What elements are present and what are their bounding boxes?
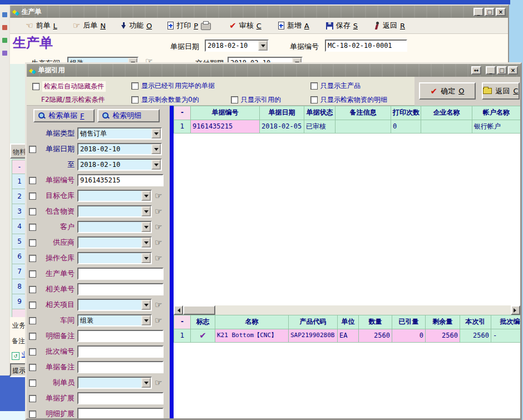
- checkbox-show-zero-remaining[interactable]: 显示剩余数量为0的: [131, 95, 199, 105]
- search-documents-button[interactable]: 检索单据 F: [33, 109, 95, 122]
- customer-combobox[interactable]: [77, 221, 152, 233]
- field-checkbox[interactable]: [29, 208, 36, 215]
- field-checkbox[interactable]: [29, 239, 36, 246]
- search-details-button[interactable]: 检索明细: [97, 109, 160, 122]
- scroll-left-arrow-icon[interactable]: [174, 305, 183, 315]
- lookup-hand-icon[interactable]: ☞: [155, 317, 162, 324]
- lookup-hand-icon[interactable]: ☞: [155, 192, 162, 200]
- minimize-icon[interactable]: _: [486, 66, 496, 75]
- ok-button[interactable]: ✔ 确定 O: [419, 82, 476, 100]
- dropdown-arrow-icon[interactable]: [141, 238, 151, 248]
- lookup-hand-icon[interactable]: ☞: [155, 379, 162, 387]
- maximize-icon[interactable]: □: [497, 66, 507, 75]
- field-checkbox[interactable]: [29, 192, 36, 200]
- field-checkbox[interactable]: [29, 255, 36, 262]
- checkbox-icon[interactable]: [310, 82, 318, 90]
- checkbox-only-main-product[interactable]: 只显示主产品: [310, 81, 361, 91]
- lookup-hand-icon[interactable]: ☞: [155, 223, 162, 231]
- doc-no-input[interactable]: MC-18-02-10-0001: [325, 39, 407, 52]
- next-doc-button[interactable]: ☞ 后单N: [73, 21, 106, 31]
- dropdown-arrow-icon[interactable]: [151, 160, 161, 170]
- related-project-combobox[interactable]: [77, 299, 152, 311]
- field-workshop: 车间 组装 ☞: [27, 313, 170, 328]
- new-button[interactable]: 新增A: [278, 21, 309, 31]
- col-header: 单据状态: [304, 106, 335, 120]
- field-checkbox[interactable]: [29, 146, 36, 153]
- checkbox-show-fully-referenced[interactable]: 显示已经引用完毕的单据: [131, 81, 215, 91]
- field-checkbox[interactable]: [29, 333, 36, 340]
- doc-type-combobox[interactable]: 销售订单: [77, 127, 162, 140]
- audit-button[interactable]: ✔ 审核C: [229, 21, 262, 31]
- checkbox-icon[interactable]: [231, 96, 238, 103]
- checkbox-auto-hide[interactable]: 检索后自动隐藏条件: [32, 81, 106, 92]
- dropdown-arrow-icon[interactable]: [141, 222, 151, 232]
- lookup-hand-icon[interactable]: ☞: [155, 254, 162, 262]
- checkbox-icon[interactable]: [310, 96, 318, 103]
- batch-no-input[interactable]: [77, 345, 164, 358]
- doc-date-combobox[interactable]: 2018-02-10: [205, 39, 269, 52]
- doc-date-to-combobox[interactable]: 2018-02-10: [77, 159, 162, 171]
- dropdown-arrow-icon[interactable]: [141, 378, 151, 388]
- checkbox-only-searched-details[interactable]: 只显示检索物资的明细: [310, 95, 387, 105]
- field-checkbox[interactable]: [29, 224, 36, 231]
- checkbox-icon[interactable]: [131, 82, 139, 90]
- field-checkbox[interactable]: [29, 364, 36, 371]
- detail-remark-input[interactable]: [77, 330, 164, 342]
- lookup-hand-icon[interactable]: ☞: [155, 207, 162, 215]
- checkbox-icon[interactable]: [32, 83, 40, 90]
- related-no-input[interactable]: [77, 283, 164, 295]
- save-button[interactable]: 保存S: [326, 21, 358, 31]
- supplier-combobox[interactable]: [77, 236, 152, 249]
- close-icon[interactable]: ×: [496, 8, 506, 16]
- lookup-hand-icon[interactable]: ☞: [155, 301, 162, 309]
- minimize-icon[interactable]: _: [473, 8, 483, 16]
- doc-creator-combobox[interactable]: [77, 377, 152, 389]
- scrollbar-thumb[interactable]: [183, 305, 215, 315]
- field-checkbox[interactable]: [29, 177, 36, 184]
- doc-date-from-combobox[interactable]: 2018-02-10: [77, 143, 162, 155]
- back-button[interactable]: 返回 C: [482, 82, 520, 100]
- scrollbar-track[interactable]: [215, 305, 511, 315]
- field-checkbox[interactable]: [29, 348, 36, 355]
- horizontal-scrollbar[interactable]: [174, 305, 520, 315]
- doc-extension-input[interactable]: [77, 392, 164, 404]
- dropdown-arrow-icon[interactable]: [141, 253, 151, 263]
- print-button[interactable]: 打印P: [167, 21, 211, 31]
- field-checkbox[interactable]: [29, 302, 36, 309]
- doc-remark-input[interactable]: [77, 361, 164, 373]
- table-row[interactable]: 1 9161435215 2018-02-05 已审核 0 银行帐户: [174, 120, 520, 134]
- return-button[interactable]: 返回R: [374, 21, 405, 31]
- maximize-icon[interactable]: □: [485, 8, 495, 16]
- field-checkbox[interactable]: [29, 411, 36, 418]
- prev-doc-button[interactable]: ☜ 前单L: [26, 21, 57, 31]
- dropdown-arrow-icon[interactable]: [151, 144, 161, 154]
- operate-warehouse-combobox[interactable]: [77, 252, 152, 264]
- resize-icon[interactable]: ↔: [471, 66, 481, 75]
- lookup-hand-icon[interactable]: ☞: [155, 239, 162, 246]
- desktop-bottom-left-light: [0, 411, 25, 420]
- workshop-filter-combobox[interactable]: 组装: [77, 314, 152, 327]
- included-material-combobox[interactable]: [77, 205, 152, 218]
- field-checkbox[interactable]: [29, 270, 36, 278]
- checkbox-icon[interactable]: [131, 96, 139, 103]
- field-checkbox[interactable]: [29, 317, 36, 324]
- dropdown-arrow-icon[interactable]: [141, 300, 151, 310]
- target-warehouse-combobox[interactable]: [77, 190, 152, 202]
- dropdown-arrow-icon[interactable]: [141, 191, 151, 201]
- checkbox-only-referenced[interactable]: 只显示引用的: [231, 95, 281, 105]
- field-checkbox[interactable]: [29, 286, 36, 293]
- doc-no-filter-input[interactable]: 9161435215: [77, 174, 164, 186]
- page-title: 生产单: [13, 34, 53, 52]
- scroll-right-arrow-icon[interactable]: [511, 305, 520, 315]
- detail-extension-input[interactable]: [77, 408, 164, 418]
- functions-button[interactable]: 功能O: [121, 21, 152, 31]
- dropdown-arrow-icon[interactable]: [141, 315, 151, 325]
- field-checkbox[interactable]: [29, 379, 36, 387]
- production-no-input[interactable]: [77, 268, 164, 280]
- table-row[interactable]: 1 ✔ K21 Bottom【CNC】 SAP21990280B EA 2560…: [174, 329, 520, 343]
- dropdown-arrow-icon[interactable]: [141, 206, 151, 216]
- close-icon[interactable]: ×: [508, 66, 518, 75]
- dropdown-arrow-icon[interactable]: [151, 129, 161, 139]
- dropdown-arrow-icon[interactable]: [258, 41, 268, 51]
- field-checkbox[interactable]: [29, 395, 36, 402]
